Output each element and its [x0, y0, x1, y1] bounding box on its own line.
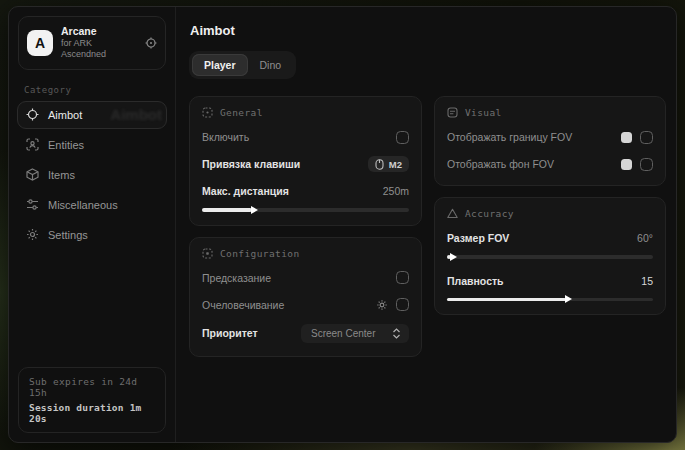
sidebar-item-label: Items	[48, 169, 75, 181]
crosshair-icon	[26, 108, 39, 121]
sub-expires-text: Sub expires in 24d 15h	[29, 376, 155, 398]
visual-card-title: Visual	[465, 107, 502, 118]
max-distance-slider[interactable]	[202, 208, 409, 212]
entity-scan-icon	[26, 138, 39, 151]
tab-dino[interactable]: Dino	[248, 54, 294, 76]
chevron-up-down-icon	[392, 328, 401, 339]
configuration-card-title: Configuration	[220, 248, 300, 259]
sidebar-item-label: Settings	[48, 229, 88, 241]
max-distance-value: 250m	[383, 185, 409, 197]
sidebar-item-aimbot[interactable]: Aimbot Aimbot	[17, 101, 167, 129]
keybind-label: Привязка клавиши	[202, 158, 300, 170]
app-logo: A	[27, 30, 53, 56]
sidebar-item-items[interactable]: Items	[17, 161, 167, 189]
humanize-label: Очеловечивание	[202, 299, 284, 311]
visual-section-icon	[447, 107, 458, 118]
max-distance-label: Макс. дистанция	[202, 185, 289, 197]
target-tabs: Player Dino	[189, 51, 296, 79]
keybind-button[interactable]: M2	[368, 156, 409, 172]
configuration-card: Configuration Предсказание Очеловечивани…	[189, 237, 422, 357]
fov-fill-label: Отображать фон FOV	[447, 158, 554, 170]
slider-thumb[interactable]	[251, 206, 258, 214]
fov-size-slider[interactable]	[447, 255, 653, 259]
fov-fill-color-swatch[interactable]	[621, 159, 632, 170]
prediction-label: Предсказание	[202, 272, 271, 284]
sidebar: A Arcane for ARK Ascendned Category	[9, 7, 176, 442]
accuracy-card: Accuracy Размер FOV 60° Плавность	[434, 197, 666, 315]
slider-thumb[interactable]	[565, 295, 572, 303]
configuration-section-icon	[202, 248, 213, 259]
prediction-checkbox[interactable]	[396, 271, 409, 284]
enable-checkbox[interactable]	[396, 131, 409, 144]
fov-border-color-swatch[interactable]	[621, 132, 632, 143]
sidebar-item-entities[interactable]: Entities	[17, 131, 167, 159]
slider-thumb[interactable]	[450, 253, 457, 261]
sidebar-item-miscellaneous[interactable]: Miscellaneous	[17, 191, 167, 219]
aimbot-watermark: Aimbot	[110, 106, 162, 123]
accuracy-card-title: Accuracy	[465, 208, 514, 219]
gear-icon	[26, 228, 39, 241]
smoothness-label: Плавность	[447, 275, 504, 287]
general-card-title: General	[220, 107, 263, 118]
fov-border-checkbox[interactable]	[640, 131, 653, 144]
sidebar-item-settings[interactable]: Settings	[17, 221, 167, 249]
keybind-value: M2	[389, 159, 402, 170]
mouse-icon	[375, 159, 384, 170]
smoothness-value: 15	[641, 275, 653, 287]
game-background: A Arcane for ARK Ascendned Category	[0, 0, 685, 450]
subscription-card: Sub expires in 24d 15h Session duration …	[18, 367, 166, 433]
session-duration-text: Session duration 1m 20s	[29, 402, 155, 424]
sliders-icon	[26, 198, 39, 211]
package-icon	[26, 168, 39, 181]
fov-size-label: Размер FOV	[447, 232, 509, 244]
page-title: Aimbot	[190, 23, 666, 38]
humanize-checkbox[interactable]	[396, 298, 409, 311]
category-nav: Aimbot Aimbot Entities	[9, 101, 175, 251]
enable-label: Включить	[202, 131, 249, 143]
accuracy-section-icon	[447, 208, 458, 219]
category-label: Category	[24, 85, 175, 95]
cheat-menu-window: A Arcane for ARK Ascendned Category	[8, 6, 677, 443]
sidebar-item-label: Entities	[48, 139, 84, 151]
general-section-icon	[202, 107, 213, 118]
priority-label: Приоритет	[202, 327, 258, 339]
sidebar-item-label: Aimbot	[48, 109, 82, 121]
general-card: General Включить Привязка клавиши	[189, 96, 422, 226]
priority-dropdown[interactable]: Screen Center	[301, 324, 409, 343]
sidebar-item-label: Miscellaneous	[48, 199, 118, 211]
fov-size-value: 60°	[637, 232, 653, 244]
fov-fill-checkbox[interactable]	[640, 158, 653, 171]
app-name: Arcane	[61, 25, 137, 38]
humanize-gear-icon[interactable]	[376, 299, 388, 311]
smoothness-slider[interactable]	[447, 298, 653, 302]
tab-player[interactable]: Player	[192, 54, 248, 76]
target-icon[interactable]	[145, 37, 157, 49]
priority-value: Screen Center	[311, 328, 375, 339]
brand-card: A Arcane for ARK Ascendned	[18, 16, 166, 70]
app-subtitle: for ARK Ascendned	[61, 38, 137, 61]
fov-border-label: Отображать границу FOV	[447, 131, 572, 143]
main-panel: Aimbot Player Dino	[176, 7, 677, 442]
visual-card: Visual Отображать границу FOV Отображать…	[434, 96, 666, 186]
